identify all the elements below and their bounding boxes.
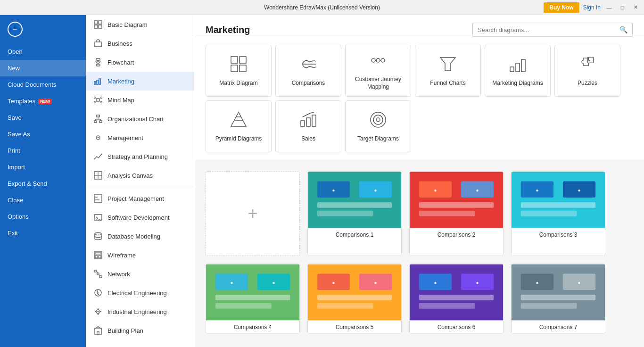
svg-rect-20 (94, 121, 97, 123)
svg-rect-6 (96, 64, 100, 66)
close-button[interactable]: ✕ (631, 3, 640, 12)
category-card-sales[interactable]: Sales (275, 100, 341, 152)
content-title-row: Marketing 🔍 (206, 23, 633, 37)
nav-item-label-org-chart: Organizational Chart (107, 116, 164, 123)
nav-item-label-management: Management (107, 134, 143, 141)
sidebar-item-export[interactable]: Export & Send (0, 175, 86, 192)
sidebar-item-options[interactable]: Options (0, 208, 86, 225)
svg-line-16 (99, 98, 101, 99)
nav-item-software-dev[interactable]: Software Development (86, 208, 194, 227)
nav-item-building[interactable]: Building Plan (86, 321, 194, 340)
nav-item-flowchart[interactable]: Flowchart (86, 53, 194, 72)
page-title: Marketing (206, 25, 250, 35)
svg-rect-40 (99, 256, 101, 258)
nav-item-label-industrial: Industrial Engineering (107, 308, 167, 315)
category-section: Matrix DiagramComparisonsCustomer Journe… (194, 37, 644, 160)
category-grid: Matrix DiagramComparisonsCustomer Journe… (206, 45, 633, 152)
sign-in-button[interactable]: Sign In (583, 4, 601, 11)
strategy-icon (93, 152, 103, 161)
main-layout: ← OpenNewCloud DocumentsTemplatesNEWSave… (0, 15, 644, 347)
nav-item-label-analysis: Analysis Canvas (107, 172, 153, 179)
template-card-comp6[interactable]: ● ● Comparisons 6 (409, 264, 504, 334)
svg-text:●: ● (536, 188, 538, 193)
svg-rect-72 (301, 121, 305, 126)
nav-item-label-business: Business (107, 40, 132, 47)
nav-item-electrical[interactable]: Electrical Engineering (86, 283, 194, 302)
category-label-customer-journey: Customer Journey Mapping (350, 76, 406, 91)
template-card-comp4[interactable]: ● ● Comparisons 4 (206, 264, 300, 334)
svg-rect-31 (94, 195, 102, 202)
svg-rect-92 (512, 172, 605, 228)
svg-point-48 (98, 311, 99, 313)
sidebar-item-open[interactable]: Open (0, 43, 86, 60)
matrix-category-icon (229, 55, 248, 76)
nav-item-org-chart[interactable]: Organizational Chart (86, 109, 194, 128)
wireframe-icon (93, 250, 103, 260)
nav-item-marketing[interactable]: Marketing (86, 72, 194, 91)
nav-item-database[interactable]: Database Modeling (86, 227, 194, 246)
nav-item-mind-map[interactable]: Mind Map (86, 91, 194, 109)
sidebar-item-print[interactable]: Print (0, 142, 86, 159)
category-card-pyramid[interactable]: Pyramid Diagrams (206, 100, 272, 152)
sidebar-item-save[interactable]: Save (0, 109, 86, 126)
title-bar: Wondershare EdrawMax (Unlicensed Version… (0, 0, 644, 15)
svg-rect-42 (97, 273, 99, 275)
nav-item-business[interactable]: Business (86, 34, 194, 53)
svg-text:●: ● (434, 280, 437, 285)
category-label-target: Target Diagrams (357, 135, 399, 143)
category-card-funnel[interactable]: Funnel Charts (415, 45, 481, 97)
svg-rect-116 (419, 295, 494, 300)
category-card-marketing-diag[interactable]: Marketing Diagrams (485, 45, 551, 97)
back-button[interactable]: ← (0, 15, 86, 43)
category-card-target[interactable]: Target Diagrams (345, 100, 411, 152)
sidebar-item-cloud[interactable]: Cloud Documents (0, 76, 86, 93)
template-card-comp1[interactable]: ● ● Comparisons 1 (307, 171, 402, 256)
template-card-comp2[interactable]: ● ● Comparisons 2 (409, 171, 504, 256)
category-card-matrix[interactable]: Matrix Diagram (206, 45, 272, 97)
template-label-comp5: Comparisons 5 (308, 321, 401, 333)
svg-rect-8 (97, 80, 98, 84)
svg-rect-81 (317, 202, 392, 208)
svg-rect-57 (231, 65, 238, 72)
template-card-comp7[interactable]: ● ● Comparisons 7 (511, 264, 605, 334)
nav-item-project-mgmt[interactable]: Project Management (86, 189, 194, 208)
nav-item-management[interactable]: Management (86, 128, 194, 147)
svg-text:●: ● (578, 280, 581, 285)
svg-rect-82 (317, 211, 373, 216)
template-card-comp3[interactable]: ● ● Comparisons 3 (511, 171, 605, 256)
maximize-button[interactable]: □ (618, 3, 627, 12)
comparisons-category-icon (299, 55, 318, 76)
marketing-diag-category-icon (508, 55, 527, 76)
nav-item-strategy[interactable]: Strategy and Planning (86, 147, 194, 166)
svg-marker-65 (440, 58, 455, 71)
sidebar-item-new[interactable]: New (0, 60, 86, 76)
sidebar-item-templates[interactable]: TemplatesNEW (0, 93, 86, 109)
category-card-comparisons[interactable]: Comparisons (275, 45, 341, 97)
nav-item-analysis[interactable]: Analysis Canvas (86, 166, 194, 185)
nav-item-industrial[interactable]: Industrial Engineering (86, 302, 194, 321)
search-icon[interactable]: 🔍 (619, 26, 627, 33)
template-card-comp5[interactable]: ● ● Comparisons 5 (307, 264, 402, 334)
nav-item-network[interactable]: Network (86, 264, 194, 283)
svg-rect-67 (516, 63, 520, 72)
svg-rect-38 (95, 252, 101, 254)
minimize-button[interactable]: — (604, 3, 614, 12)
category-card-customer-journey[interactable]: Customer Journey Mapping (345, 45, 411, 97)
sidebar-item-save-as[interactable]: Save As (0, 126, 86, 142)
search-input[interactable] (478, 26, 619, 33)
add-template-button[interactable]: + (206, 171, 300, 256)
sidebar-item-exit[interactable]: Exit (0, 225, 86, 241)
sidebar-item-close[interactable]: Close (0, 192, 86, 208)
category-label-puzzles: Puzzles (578, 80, 597, 87)
sidebar-item-import[interactable]: Import (0, 159, 86, 175)
svg-rect-55 (231, 57, 238, 63)
buy-now-button[interactable]: Buy Now (544, 2, 579, 13)
svg-text:●: ● (476, 188, 479, 193)
nav-item-basic-diagram[interactable]: Basic Diagram (86, 15, 194, 34)
building-icon (93, 326, 103, 335)
category-card-puzzles[interactable]: Puzzles (554, 45, 620, 97)
svg-text:●: ● (332, 188, 335, 193)
svg-rect-99 (206, 264, 299, 321)
nav-item-wireframe[interactable]: Wireframe (86, 246, 194, 264)
customer-journey-category-icon (369, 51, 388, 72)
